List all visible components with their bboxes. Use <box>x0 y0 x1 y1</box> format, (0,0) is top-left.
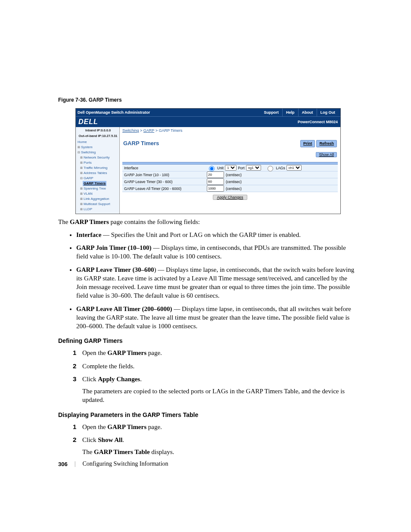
crumb-switching[interactable]: Switching <box>122 128 139 133</box>
print-button[interactable]: Print <box>300 140 315 147</box>
leave-all-timer-unit: (centisec) <box>226 187 242 191</box>
crumb-garp[interactable]: GARP <box>143 128 154 133</box>
sidebar: Inband IP:0.0.0.0 Out-of-band IP:10.27.5… <box>76 127 120 214</box>
row-leave-all-timer: GARP Leave All Timer (200 - 6000) (centi… <box>122 185 338 192</box>
port-select[interactable]: xg1 <box>246 165 261 171</box>
footer-section: Configuring Switching Information <box>83 460 168 467</box>
list-item: Open the GARP Timers page. <box>73 348 355 357</box>
list-item: GARP Leave Timer (30–600) — Displays tim… <box>76 265 355 300</box>
form: Interface Unit 1 Port xg1 LAGs ch1 <box>120 162 340 200</box>
step-note: The parameters are copied to the selecte… <box>82 387 355 404</box>
main-panel: Switching > GARP > GARP Timers GARP Time… <box>120 127 340 214</box>
leave-all-timer-input[interactable] <box>207 185 224 192</box>
outofband-ip: Out-of-band IP:10.27.5.31 <box>78 134 118 138</box>
leave-timer-unit: (centisec) <box>226 180 242 184</box>
sidebar-ports[interactable]: Ports <box>80 160 118 165</box>
crumb-garp-timers: GARP Timers <box>159 128 182 133</box>
heading-defining: Defining GARP Timers <box>58 337 355 344</box>
sidebar-lldp[interactable]: LLDP <box>80 207 118 212</box>
field-list: Interface — Specifies the Unit and Port … <box>76 230 355 331</box>
list-item: GARP Join Timer (10–100) — Displays time… <box>76 243 355 261</box>
list-item: Interface — Specifies the Unit and Port … <box>76 230 355 239</box>
sidebar-system[interactable]: System <box>78 145 118 150</box>
sidebar-garp[interactable]: GARP <box>80 176 118 181</box>
join-timer-input[interactable] <box>207 171 224 178</box>
sidebar-vlan[interactable]: VLAN <box>80 191 118 196</box>
leave-timer-input[interactable] <box>207 178 224 185</box>
unit-select[interactable]: 1 <box>225 165 237 171</box>
product-name: PowerConnect M8024 <box>298 120 338 124</box>
nav-help[interactable]: Help <box>283 109 299 116</box>
app-top-bar: Dell OpenManage Switch Administrator Sup… <box>76 109 340 116</box>
list-item: Open the GARP Timers page. <box>73 423 355 431</box>
row-leave-timer: GARP Leave Timer (30 - 600) (centisec) <box>122 178 338 185</box>
nav-about[interactable]: About <box>299 109 317 116</box>
leave-timer-label: GARP Leave Timer (30 - 600) <box>124 180 207 184</box>
nav-support[interactable]: Support <box>260 109 283 116</box>
brand-logo: DELL <box>78 118 98 126</box>
sidebar-address-tables[interactable]: Address Tables <box>80 171 118 176</box>
steps-defining: Open the GARP Timers page. Complete the … <box>73 348 355 404</box>
step-note: The GARP Timers Table displays. <box>82 448 355 456</box>
show-all-button[interactable]: Show All <box>316 152 337 157</box>
unit-label: Unit <box>217 166 224 170</box>
steps-displaying: Open the GARP Timers page. Click Show Al… <box>73 423 355 457</box>
sidebar-multicast-support[interactable]: Multicast Support <box>80 202 118 207</box>
sidebar-traffic-mirroring[interactable]: Traffic Mirroring <box>80 165 118 171</box>
sidebar-network-security[interactable]: Network Security <box>80 155 118 160</box>
refresh-button[interactable]: Refresh <box>316 140 337 147</box>
app-title: Dell OpenManage Switch Administrator <box>78 110 260 115</box>
interface-label: Interface <box>124 166 207 170</box>
page-number: 306 <box>58 461 68 467</box>
lags-label: LAGs <box>276 166 285 170</box>
list-item: Click Apply Changes. The parameters are … <box>73 375 355 404</box>
lags-select[interactable]: ch1 <box>286 165 302 171</box>
sidebar-spanning-tree[interactable]: Spanning Tree <box>80 186 118 191</box>
brand-row: DELL PowerConnect M8024 <box>76 116 340 127</box>
leave-all-timer-label: GARP Leave All Timer (200 - 6000) <box>124 187 207 191</box>
intro-paragraph: The GARP Timers page contains the follow… <box>58 218 355 226</box>
footer-divider: | <box>75 460 76 467</box>
row-join-timer: GARP Join Timer (10 - 100) (centisec) <box>122 171 338 178</box>
list-item: Click Show All. The GARP Timers Table di… <box>73 436 355 457</box>
sidebar-garp-timers[interactable]: GARP Timers <box>83 181 106 186</box>
join-timer-label: GARP Join Timer (10 - 100) <box>124 173 207 177</box>
inband-ip: Inband IP:0.0.0.0 <box>78 128 118 133</box>
unit-radio[interactable] <box>209 166 215 171</box>
heading-displaying: Displaying Parameters in the GARP Timers… <box>58 411 355 418</box>
figure-caption: Figure 7-36. GARP Timers <box>58 97 355 103</box>
list-item: GARP Leave All Timer (200–6000) — Displa… <box>76 305 355 331</box>
page: Figure 7-36. GARP Timers Dell OpenManage… <box>0 0 411 532</box>
breadcrumb: Switching > GARP > GARP Timers <box>120 127 340 134</box>
list-item: Complete the fields. <box>73 362 355 370</box>
screenshot-figure: Dell OpenManage Switch Administrator Sup… <box>75 108 341 214</box>
page-footer: 306 | Configuring Switching Information <box>58 460 168 467</box>
join-timer-unit: (centisec) <box>226 173 242 177</box>
port-label: Port <box>238 166 245 170</box>
sidebar-home[interactable]: Home <box>78 140 118 145</box>
sidebar-switching[interactable]: Switching <box>78 150 118 155</box>
apply-changes-button[interactable]: Apply Changes <box>213 195 247 200</box>
row-interface: Interface Unit 1 Port xg1 LAGs ch1 <box>122 165 338 171</box>
panel-title: GARP Timers <box>123 140 159 147</box>
sidebar-link-aggregation[interactable]: Link Aggregation <box>80 196 118 202</box>
lags-radio[interactable] <box>268 166 273 171</box>
nav-logout[interactable]: Log Out <box>317 109 339 116</box>
